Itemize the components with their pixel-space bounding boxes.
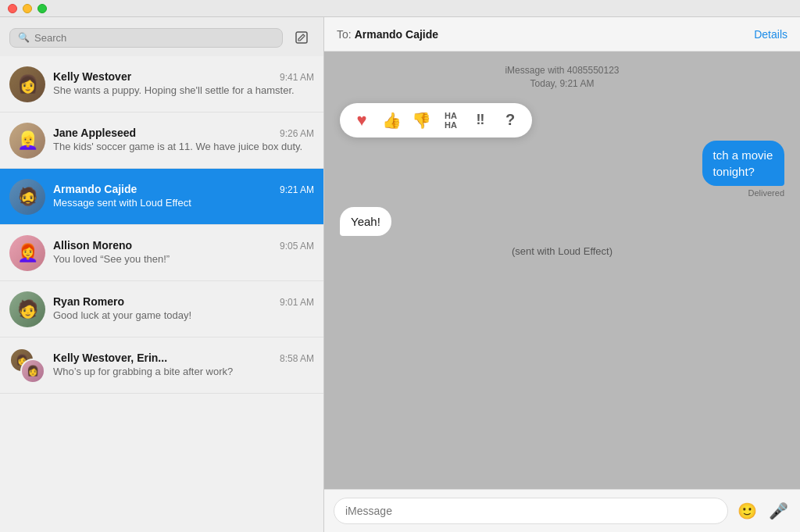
search-bar[interactable]: 🔍 bbox=[9, 28, 283, 48]
conversation-name: Kelly Westover bbox=[53, 70, 131, 83]
loud-effect-label: (sent with Loud Effect) bbox=[340, 245, 784, 257]
conversation-content: Allison Moreno 9:05 AM You loved “See yo… bbox=[53, 239, 314, 266]
details-button[interactable]: Details bbox=[754, 28, 788, 41]
sidebar: 🔍 👩 Kelly Westover 9:41 AM bbox=[0, 17, 324, 532]
conversation-name: Ryan Romero bbox=[53, 295, 124, 308]
conversation-name: Jane Appleseed bbox=[53, 127, 136, 139]
conversation-time: 8:58 AM bbox=[280, 353, 314, 364]
conversation-content: Kelly Westover, Erin... 8:58 AM Who’s up… bbox=[53, 352, 314, 379]
chat-header: To: Armando Cajide Details bbox=[324, 17, 800, 52]
search-input[interactable] bbox=[34, 32, 274, 44]
emoji-button[interactable]: 🙂 bbox=[734, 498, 759, 523]
conversation-item[interactable]: 👱‍♀️ Jane Appleseed 9:26 AM The kids' so… bbox=[0, 112, 323, 169]
minimize-button[interactable] bbox=[23, 4, 32, 13]
maximize-button[interactable] bbox=[38, 4, 47, 13]
sent-message-text: tch a movie tonight? bbox=[713, 148, 773, 178]
conversation-item[interactable]: 👩 Kelly Westover 9:41 AM She wants a pup… bbox=[0, 56, 323, 112]
tapback-thumbsup-icon[interactable]: 👍 bbox=[380, 109, 402, 131]
conversation-time: 9:05 AM bbox=[280, 241, 314, 252]
conversation-name: Allison Moreno bbox=[53, 239, 132, 252]
chat-timestamp: Today, 9:21 AM bbox=[340, 77, 784, 91]
tapback-haha-icon[interactable]: HAHA bbox=[440, 109, 462, 131]
conversation-list: 👩 Kelly Westover 9:41 AM She wants a pup… bbox=[0, 56, 323, 532]
chat-meta: iMessage with 4085550123 Today, 9:21 AM bbox=[340, 64, 784, 91]
audio-message-button[interactable]: 🎤 bbox=[766, 498, 791, 523]
conversation-item-group[interactable]: 👩 👩 Kelly Westover, Erin... 8:58 AM Who’… bbox=[0, 337, 323, 394]
avatar-group-secondary: 👩 bbox=[20, 359, 45, 384]
imessage-info: iMessage with 4085550123 bbox=[340, 64, 784, 77]
tapback-exclamation-icon[interactable]: ‼ bbox=[470, 109, 491, 131]
avatar: 🧑 bbox=[9, 291, 45, 327]
message-delivered-status: Delivered bbox=[748, 188, 784, 198]
conversation-time: 9:21 AM bbox=[280, 184, 314, 195]
close-button[interactable] bbox=[8, 4, 17, 13]
chat-input-area: 🙂 🎤 bbox=[324, 489, 800, 532]
app-container: 🔍 👩 Kelly Westover 9:41 AM bbox=[0, 17, 800, 532]
compose-icon bbox=[295, 30, 309, 45]
sidebar-header: 🔍 bbox=[0, 17, 323, 56]
tapback-heart-icon[interactable]: ♥ bbox=[351, 109, 373, 131]
avatar: 👩 bbox=[9, 66, 45, 102]
avatar-group: 👩 👩 bbox=[9, 348, 45, 384]
title-bar bbox=[0, 0, 800, 17]
received-message-text: Yeah! bbox=[351, 215, 380, 228]
conversation-item[interactable]: 👩‍🦰 Allison Moreno 9:05 AM You loved “Se… bbox=[0, 225, 323, 281]
avatar: 🧔 bbox=[9, 179, 45, 215]
chat-header-to: To: Armando Cajide bbox=[337, 28, 438, 41]
svg-rect-0 bbox=[296, 32, 307, 43]
received-message-bubble: Yeah! bbox=[340, 207, 391, 236]
conversation-preview: Message sent with Loud Effect bbox=[53, 197, 314, 210]
to-label: To: bbox=[337, 28, 352, 41]
conversation-item[interactable]: 🧑 Ryan Romero 9:01 AM Good luck at your … bbox=[0, 281, 323, 337]
conversation-preview: Good luck at your game today! bbox=[53, 309, 314, 323]
conversation-item-active[interactable]: 🧔 Armando Cajide 9:21 AM Message sent wi… bbox=[0, 169, 323, 225]
chat-recipient-name: Armando Cajide bbox=[355, 28, 438, 41]
conversation-preview: She wants a puppy. Hoping she'll settle … bbox=[53, 84, 314, 98]
conversation-name: Kelly Westover, Erin... bbox=[53, 352, 167, 364]
conversation-preview: You loved “See you then!” bbox=[53, 253, 314, 266]
search-icon: 🔍 bbox=[18, 32, 30, 43]
conversation-content: Kelly Westover 9:41 AM She wants a puppy… bbox=[53, 70, 314, 98]
chat-messages: iMessage with 4085550123 Today, 9:21 AM … bbox=[324, 52, 800, 489]
conversation-time: 9:26 AM bbox=[280, 128, 314, 139]
sent-message-container: tch a movie tonight? Delivered bbox=[658, 141, 784, 198]
avatar: 👱‍♀️ bbox=[9, 123, 45, 159]
conversation-time: 9:41 AM bbox=[280, 72, 314, 83]
conversation-name: Armando Cajide bbox=[53, 183, 137, 195]
conversation-content: Jane Appleseed 9:26 AM The kids' soccer … bbox=[53, 127, 314, 154]
tapback-reaction-bar[interactable]: ♥ 👍 👎 HAHA ‼ ? bbox=[340, 103, 532, 137]
conversation-preview: The kids' soccer game is at 11. We have … bbox=[53, 141, 314, 154]
chat-panel: To: Armando Cajide Details iMessage with… bbox=[324, 17, 800, 532]
sent-message-bubble: tch a movie tonight? bbox=[702, 141, 784, 186]
message-input[interactable] bbox=[334, 498, 728, 524]
conversation-content: Ryan Romero 9:01 AM Good luck at your ga… bbox=[53, 295, 314, 323]
conversation-time: 9:01 AM bbox=[280, 297, 314, 308]
tapback-thumbsdown-icon[interactable]: 👎 bbox=[410, 109, 432, 131]
conversation-content: Armando Cajide 9:21 AM Message sent with… bbox=[53, 183, 314, 210]
compose-button[interactable] bbox=[289, 25, 314, 50]
tapback-question-icon[interactable]: ? bbox=[499, 109, 521, 131]
received-message-container: Yeah! bbox=[340, 207, 784, 236]
avatar: 👩‍🦰 bbox=[9, 235, 45, 271]
conversation-preview: Who’s up for grabbing a bite after work? bbox=[53, 366, 314, 379]
